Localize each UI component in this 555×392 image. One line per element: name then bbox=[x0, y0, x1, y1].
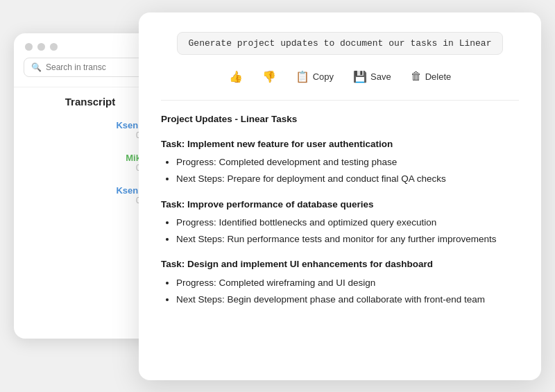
timestamp: 00:01 bbox=[24, 163, 157, 173]
task-header-3: Task: Design and implement UI enhancemen… bbox=[161, 257, 519, 272]
delete-label: Delete bbox=[425, 71, 452, 82]
prompt-bar: Generate project updates to document our… bbox=[161, 32, 519, 55]
dot-3 bbox=[50, 43, 58, 51]
list-item: Progress: Identified bottlenecks and opt… bbox=[176, 215, 519, 230]
search-bar[interactable]: 🔍 bbox=[24, 58, 157, 77]
thumbs-up-button[interactable]: 👍 bbox=[225, 67, 247, 86]
thumbs-up-icon: 👍 bbox=[229, 70, 243, 83]
dot-1 bbox=[25, 43, 33, 51]
list-item: Progress: Completed wireframing and UI d… bbox=[176, 275, 519, 291]
speaker-name: Mike S. bbox=[24, 153, 157, 163]
timestamp: 00:00 bbox=[24, 130, 157, 140]
search-icon: 🔍 bbox=[31, 62, 42, 72]
list-item: Next Steps: Prepare for deployment and c… bbox=[176, 171, 519, 187]
copy-icon: 📋 bbox=[296, 70, 309, 83]
search-input[interactable] bbox=[46, 62, 149, 72]
save-button[interactable]: 💾 Save bbox=[349, 67, 395, 86]
list-item: Ksenia S. 00:04 bbox=[24, 185, 157, 205]
main-card: Generate project updates to document our… bbox=[139, 12, 541, 380]
task-list-2: Progress: Identified bottlenecks and opt… bbox=[161, 215, 519, 248]
timestamp: 00:04 bbox=[24, 196, 157, 205]
content-area: Project Updates - Linear Tasks Task: Imp… bbox=[161, 112, 519, 311]
task-list-1: Progress: Completed development and test… bbox=[161, 155, 519, 187]
thumbs-down-icon: 👎 bbox=[262, 70, 276, 83]
dot-2 bbox=[37, 43, 45, 51]
speaker-name: Ksenia S. bbox=[24, 185, 157, 196]
delete-icon: 🗑 bbox=[411, 70, 422, 83]
content-title: Project Updates - Linear Tasks bbox=[161, 112, 519, 127]
task-list-3: Progress: Completed wireframing and UI d… bbox=[161, 275, 519, 308]
delete-button[interactable]: 🗑 Delete bbox=[407, 67, 456, 85]
task-header-2: Task: Improve performance of database qu… bbox=[161, 197, 519, 212]
list-item: Progress: Completed development and test… bbox=[176, 155, 519, 170]
list-item: Next Steps: Run performance tests and mo… bbox=[176, 232, 519, 247]
task-header-1: Task: Implement new feature for user aut… bbox=[161, 137, 519, 152]
copy-label: Copy bbox=[313, 71, 334, 82]
list-item: Next Steps: Begin development phase and … bbox=[176, 292, 519, 307]
list-item: Mike S. 00:01 bbox=[24, 153, 157, 173]
save-label: Save bbox=[370, 71, 391, 82]
list-item: Ksenia S. 00:00 bbox=[24, 120, 157, 140]
save-icon: 💾 bbox=[353, 70, 367, 83]
speaker-name: Ksenia S. bbox=[24, 120, 157, 130]
thumbs-down-button[interactable]: 👎 bbox=[258, 67, 280, 86]
content-divider bbox=[161, 100, 519, 101]
copy-button[interactable]: 📋 Copy bbox=[291, 67, 338, 86]
prompt-text: Generate project updates to document our… bbox=[177, 32, 504, 55]
action-bar: 👍 👎 📋 Copy 💾 Save 🗑 Delete bbox=[161, 67, 519, 86]
scene: 🔍 Transcript Ksenia S. 00:00 Mike S. 00:… bbox=[14, 12, 541, 380]
